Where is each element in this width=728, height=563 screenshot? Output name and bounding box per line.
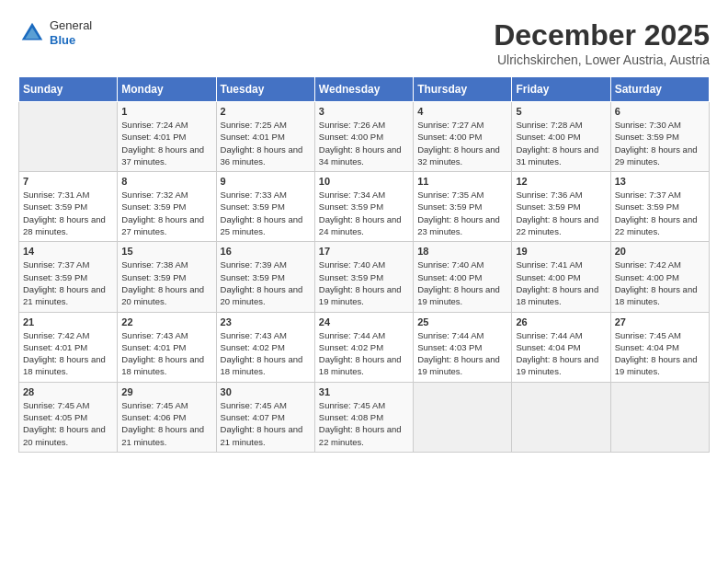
- day-info: Sunrise: 7:45 AM: [23, 399, 113, 411]
- day-header-saturday: Saturday: [610, 77, 709, 102]
- day-info: Daylight: 8 hours and 19 minutes.: [417, 283, 507, 308]
- day-info: Daylight: 8 hours and 19 minutes.: [615, 353, 705, 378]
- week-row-1: 1Sunrise: 7:24 AMSunset: 4:01 PMDaylight…: [19, 102, 710, 172]
- day-info: Sunset: 3:59 PM: [121, 271, 211, 283]
- day-info: Sunrise: 7:42 AM: [23, 329, 113, 341]
- day-info: Sunrise: 7:43 AM: [221, 329, 311, 341]
- day-info: Daylight: 8 hours and 19 minutes.: [417, 353, 507, 378]
- title-area: December 2025 Ulrichskirchen, Lower Aust…: [494, 18, 710, 67]
- day-info: Sunrise: 7:30 AM: [615, 119, 705, 131]
- day-info: Daylight: 8 hours and 22 minutes.: [516, 213, 606, 238]
- day-number: 8: [121, 176, 211, 187]
- day-number: 3: [319, 106, 409, 117]
- day-info: Sunrise: 7:40 AM: [417, 259, 507, 270]
- week-row-3: 14Sunrise: 7:37 AMSunset: 3:59 PMDayligh…: [19, 242, 710, 312]
- calendar-cell: 16Sunrise: 7:39 AMSunset: 3:59 PMDayligh…: [216, 242, 314, 312]
- day-info: Sunset: 4:01 PM: [121, 341, 211, 353]
- day-info: Sunrise: 7:26 AM: [319, 119, 409, 131]
- day-number: 20: [615, 246, 705, 257]
- day-number: 14: [23, 246, 113, 257]
- day-info: Sunrise: 7:36 AM: [516, 189, 606, 201]
- calendar-cell: 26Sunrise: 7:44 AMSunset: 4:04 PMDayligh…: [512, 312, 610, 382]
- day-number: 31: [319, 386, 409, 397]
- day-info: Sunrise: 7:38 AM: [121, 259, 211, 270]
- day-info: Sunset: 4:04 PM: [615, 341, 705, 353]
- day-number: 21: [23, 316, 113, 327]
- day-info: Sunset: 4:01 PM: [121, 131, 211, 143]
- logo-general: General: [50, 18, 92, 33]
- day-info: Daylight: 8 hours and 36 minutes.: [221, 144, 311, 168]
- day-info: Daylight: 8 hours and 19 minutes.: [319, 283, 409, 308]
- day-number: 9: [221, 176, 311, 187]
- calendar-cell: 24Sunrise: 7:44 AMSunset: 4:02 PMDayligh…: [314, 312, 413, 382]
- day-info: Sunset: 4:00 PM: [319, 131, 409, 143]
- day-info: Sunrise: 7:44 AM: [417, 329, 507, 341]
- day-info: Sunset: 3:59 PM: [417, 201, 507, 213]
- page-header: General Blue December 2025 Ulrichskirche…: [18, 18, 710, 67]
- day-info: Daylight: 8 hours and 18 minutes.: [23, 353, 113, 378]
- calendar-cell: 13Sunrise: 7:37 AMSunset: 3:59 PMDayligh…: [610, 172, 709, 242]
- calendar-cell: 11Sunrise: 7:35 AMSunset: 3:59 PMDayligh…: [414, 172, 512, 242]
- day-info: Daylight: 8 hours and 19 minutes.: [516, 353, 606, 378]
- day-header-thursday: Thursday: [414, 77, 512, 102]
- day-info: Sunset: 3:59 PM: [23, 201, 113, 213]
- day-info: Daylight: 8 hours and 21 minutes.: [221, 423, 311, 448]
- day-info: Daylight: 8 hours and 22 minutes.: [319, 423, 409, 448]
- day-info: Sunrise: 7:45 AM: [319, 399, 409, 411]
- day-number: 25: [417, 316, 507, 327]
- day-info: Sunset: 4:00 PM: [516, 271, 606, 283]
- day-info: Sunset: 3:59 PM: [23, 271, 113, 283]
- calendar-cell: 12Sunrise: 7:36 AMSunset: 3:59 PMDayligh…: [512, 172, 610, 242]
- calendar-cell: 7Sunrise: 7:31 AMSunset: 3:59 PMDaylight…: [19, 172, 118, 242]
- calendar-cell: 20Sunrise: 7:42 AMSunset: 4:00 PMDayligh…: [610, 242, 709, 312]
- day-info: Sunset: 3:59 PM: [615, 131, 705, 143]
- day-info: Sunset: 4:01 PM: [23, 341, 113, 353]
- calendar-cell: [512, 382, 610, 452]
- calendar-cell: 5Sunrise: 7:28 AMSunset: 4:00 PMDaylight…: [512, 102, 610, 172]
- logo-icon: [18, 19, 46, 47]
- calendar-cell: 2Sunrise: 7:25 AMSunset: 4:01 PMDaylight…: [216, 102, 314, 172]
- day-info: Sunset: 4:02 PM: [221, 341, 311, 353]
- day-number: 18: [417, 246, 507, 257]
- day-info: Daylight: 8 hours and 18 minutes.: [516, 283, 606, 308]
- day-number: 13: [615, 176, 705, 187]
- day-info: Daylight: 8 hours and 28 minutes.: [23, 213, 113, 238]
- calendar-cell: 15Sunrise: 7:38 AMSunset: 3:59 PMDayligh…: [118, 242, 216, 312]
- day-number: 29: [121, 386, 211, 397]
- day-number: 27: [615, 316, 705, 327]
- day-info: Daylight: 8 hours and 25 minutes.: [221, 213, 311, 238]
- calendar-cell: 19Sunrise: 7:41 AMSunset: 4:00 PMDayligh…: [512, 242, 610, 312]
- day-info: Sunrise: 7:24 AM: [121, 119, 211, 131]
- week-row-2: 7Sunrise: 7:31 AMSunset: 3:59 PMDaylight…: [19, 172, 710, 242]
- day-info: Sunset: 3:59 PM: [516, 201, 606, 213]
- day-info: Daylight: 8 hours and 27 minutes.: [121, 213, 211, 238]
- day-info: Sunrise: 7:40 AM: [319, 259, 409, 270]
- calendar-cell: [19, 102, 118, 172]
- day-number: 1: [121, 106, 211, 117]
- day-info: Daylight: 8 hours and 18 minutes.: [221, 353, 311, 378]
- day-info: Daylight: 8 hours and 34 minutes.: [319, 144, 409, 168]
- calendar-cell: 10Sunrise: 7:34 AMSunset: 3:59 PMDayligh…: [314, 172, 413, 242]
- day-info: Sunset: 4:05 PM: [23, 411, 113, 423]
- calendar-cell: 18Sunrise: 7:40 AMSunset: 4:00 PMDayligh…: [414, 242, 512, 312]
- day-info: Daylight: 8 hours and 18 minutes.: [319, 353, 409, 378]
- day-number: 2: [221, 106, 311, 117]
- day-number: 24: [319, 316, 409, 327]
- calendar-cell: 29Sunrise: 7:45 AMSunset: 4:06 PMDayligh…: [118, 382, 216, 452]
- day-info: Sunrise: 7:42 AM: [615, 259, 705, 270]
- day-number: 30: [221, 386, 311, 397]
- day-info: Sunset: 3:59 PM: [615, 201, 705, 213]
- calendar-cell: 21Sunrise: 7:42 AMSunset: 4:01 PMDayligh…: [19, 312, 118, 382]
- day-info: Sunrise: 7:35 AM: [417, 189, 507, 201]
- logo-blue: Blue: [50, 33, 92, 48]
- day-header-tuesday: Tuesday: [216, 77, 314, 102]
- day-number: 16: [221, 246, 311, 257]
- day-info: Sunset: 4:07 PM: [221, 411, 311, 423]
- day-number: 19: [516, 246, 606, 257]
- day-number: 10: [319, 176, 409, 187]
- day-info: Daylight: 8 hours and 18 minutes.: [615, 283, 705, 308]
- day-info: Sunrise: 7:45 AM: [615, 329, 705, 341]
- day-header-monday: Monday: [118, 77, 216, 102]
- day-info: Sunrise: 7:44 AM: [516, 329, 606, 341]
- day-info: Daylight: 8 hours and 31 minutes.: [516, 144, 606, 168]
